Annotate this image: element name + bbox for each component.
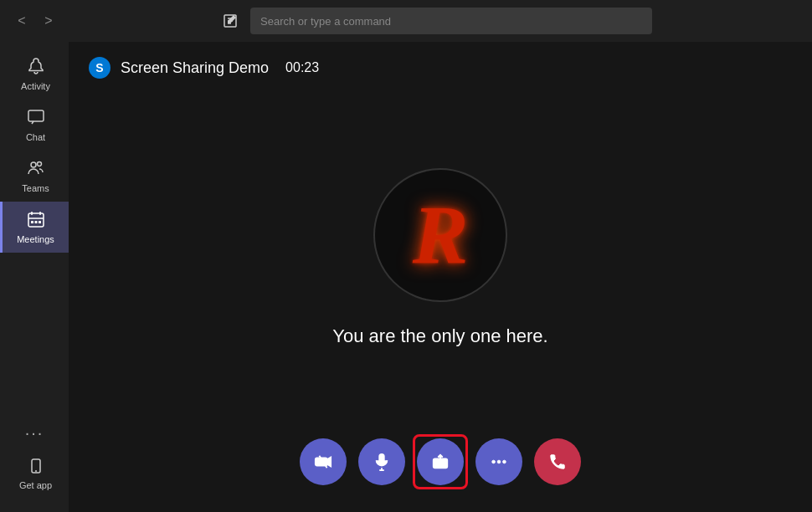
teams-icon [27,159,45,180]
skype-icon: S [89,57,110,79]
mic-button[interactable] [358,438,405,485]
sidebar-item-teams[interactable]: Teams [0,151,69,202]
call-timer: 00:23 [285,60,319,75]
call-header: S Screen Sharing Demo 00:23 [69,42,812,94]
compose-button[interactable] [217,8,244,34]
sidebar-item-activity[interactable]: Activity [0,49,69,100]
sidebar-item-chat[interactable]: Chat [0,100,69,151]
nav-arrows: < > [10,9,60,33]
chat-icon [27,108,45,129]
sidebar-meetings-label: Meetings [17,234,54,244]
share-button[interactable] [417,438,464,485]
avatar: R [373,168,507,302]
avatar-area: R You are the only one here. [332,94,547,422]
meetings-icon [27,210,45,231]
alone-message: You are the only one here. [332,325,547,347]
sidebar-activity-label: Activity [21,81,50,91]
sidebar-item-meetings[interactable]: Meetings [0,202,69,253]
sidebar-get-app-label: Get app [19,480,52,490]
get-app-icon [28,458,44,477]
svg-rect-1 [28,110,44,121]
forward-button[interactable]: > [37,9,60,33]
svg-point-2 [31,162,36,167]
sidebar: Activity Chat Teams [0,42,69,512]
more-options-button[interactable] [475,438,522,485]
share-button-wrapper [417,438,464,485]
svg-point-9 [35,470,37,472]
svg-rect-7 [39,221,41,223]
call-controls [300,422,581,512]
svg-rect-4 [28,213,44,227]
back-button[interactable]: < [10,9,33,33]
avatar-letter: R [413,193,469,277]
main-layout: Activity Chat Teams [0,42,812,512]
activity-icon [27,57,45,78]
sidebar-bottom: Get app [0,449,69,505]
call-title: Screen Sharing Demo [121,59,269,77]
svg-rect-5 [31,221,33,223]
sidebar-chat-label: Chat [26,132,45,142]
sidebar-teams-label: Teams [22,183,49,193]
svg-point-3 [37,162,41,166]
search-input[interactable] [250,8,652,34]
svg-point-18 [503,460,506,463]
svg-point-17 [497,460,501,463]
svg-point-16 [492,460,496,463]
more-button[interactable]: ... [0,410,69,449]
sidebar-item-get-app[interactable]: Get app [0,449,69,499]
svg-rect-6 [34,221,37,223]
content-area: S Screen Sharing Demo 00:23 R You are th… [69,42,812,512]
hangup-button[interactable] [534,438,581,485]
camera-button[interactable] [300,438,347,485]
title-bar: < > [0,0,812,42]
